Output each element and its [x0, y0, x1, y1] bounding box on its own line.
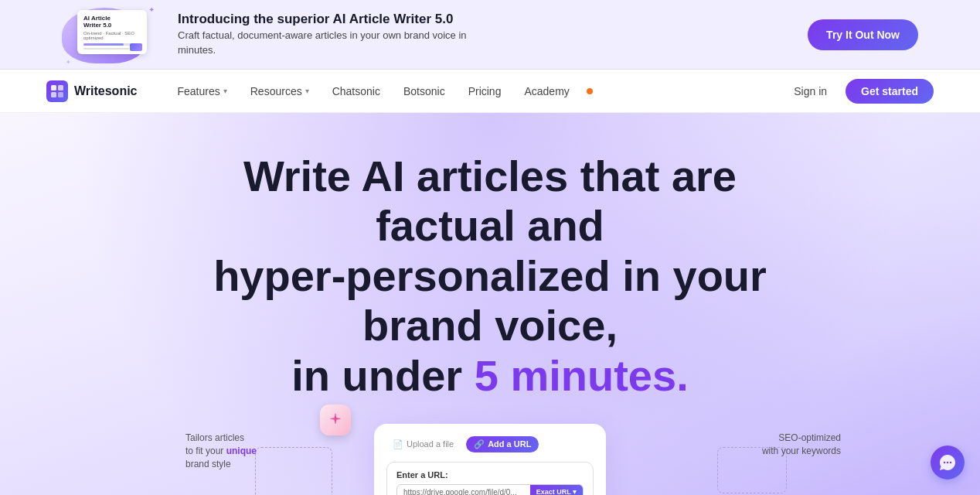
- svg-point-5: [944, 462, 945, 463]
- sign-in-button[interactable]: Sign in: [784, 80, 836, 102]
- svg-point-6: [947, 462, 948, 463]
- banner-headline: Introducing the superior AI Article Writ…: [178, 12, 471, 27]
- banner-card: AI Article Writer 5.0 On-trend · Factual…: [77, 10, 147, 54]
- logo-icon: [46, 80, 68, 102]
- svg-rect-2: [51, 92, 56, 97]
- navbar: Writesonic Features ▾ Resources ▾ Chatso…: [0, 70, 980, 113]
- top-banner: ✦ ✦ AI Article Writer 5.0 On-trend · Fac…: [0, 0, 980, 70]
- get-started-button[interactable]: Get started: [846, 79, 934, 104]
- star-icon-2: ✦: [66, 59, 71, 66]
- banner-text: Introducing the superior AI Article Writ…: [178, 12, 471, 56]
- url-input-card: 📄 Upload a file 🔗 Add a URL Enter a URL:…: [374, 424, 606, 495]
- banner-graphic: ✦ ✦ AI Article Writer 5.0 On-trend · Fac…: [62, 4, 162, 66]
- nav-item-features[interactable]: Features ▾: [168, 80, 236, 102]
- nav-logo[interactable]: Writesonic: [46, 80, 138, 102]
- card-tabs: 📄 Upload a file 🔗 Add a URL: [386, 436, 594, 452]
- svg-point-7: [950, 462, 951, 463]
- nav-item-pricing[interactable]: Pricing: [459, 80, 511, 102]
- url-input-area: Enter a URL: https://drive.google.com/fi…: [386, 462, 594, 495]
- demo-area: Tailors articles to fit your unique bran…: [0, 416, 980, 495]
- star-icon: ✦: [148, 5, 155, 14]
- upload-file-tab[interactable]: 📄 Upload a file: [386, 436, 460, 452]
- banner-cta-button[interactable]: Try It Out Now: [808, 19, 918, 50]
- nav-links: Features ▾ Resources ▾ Chatsonic Botsoni…: [168, 80, 785, 102]
- nav-auth: Sign in Get started: [784, 79, 934, 104]
- hero-title: Write AI articles that are factual and h…: [165, 152, 815, 401]
- svg-rect-1: [58, 85, 63, 90]
- upload-icon: 📄: [393, 439, 403, 449]
- chat-widget-button[interactable]: [931, 446, 965, 480]
- hero-line1: Write AI articles that are factual and: [243, 152, 737, 250]
- hero-line2: hyper-personalized in your brand voice,: [213, 251, 767, 350]
- logo-text: Writesonic: [74, 84, 138, 98]
- sparkle-icon-badge: [320, 405, 351, 435]
- chevron-down-icon-2: ▾: [305, 87, 309, 95]
- dashed-line-tl: [255, 447, 332, 495]
- callout-seo: SEO-optimized with your keywords: [762, 432, 841, 458]
- url-input-value[interactable]: https://drive.google.com/file/d/0...: [397, 485, 530, 495]
- chevron-down-icon: ▾: [223, 87, 227, 95]
- svg-rect-0: [51, 85, 56, 90]
- url-field: https://drive.google.com/file/d/0... Exa…: [396, 484, 584, 495]
- banner-left: ✦ ✦ AI Article Writer 5.0 On-trend · Fac…: [62, 4, 471, 66]
- hero-section: Write AI articles that are factual and h…: [0, 113, 980, 495]
- nav-item-chatsonic[interactable]: Chatsonic: [323, 80, 390, 102]
- add-url-tab[interactable]: 🔗 Add a URL: [466, 436, 539, 452]
- hero-line3-prefix: in under: [291, 351, 474, 400]
- banner-card-title: AI Article Writer 5.0: [83, 15, 141, 29]
- nav-item-botsonic[interactable]: Botsonic: [394, 80, 454, 102]
- link-icon: 🔗: [474, 439, 485, 449]
- svg-rect-3: [58, 92, 63, 97]
- nav-item-academy[interactable]: Academy: [515, 80, 578, 102]
- url-type-badge[interactable]: Exact URL ▾: [530, 485, 583, 495]
- url-input-label: Enter a URL:: [396, 470, 584, 480]
- banner-card-sub: On-trend · Factual · SEO optimized: [83, 31, 141, 40]
- hero-line3-highlight: 5 minutes.: [475, 351, 689, 400]
- nav-item-resources[interactable]: Resources ▾: [241, 80, 318, 102]
- notification-dot: [587, 88, 593, 94]
- callout-brand-style: Tailors articles to fit your unique bran…: [185, 432, 257, 470]
- banner-subtext: Craft factual, document-aware articles i…: [178, 29, 471, 56]
